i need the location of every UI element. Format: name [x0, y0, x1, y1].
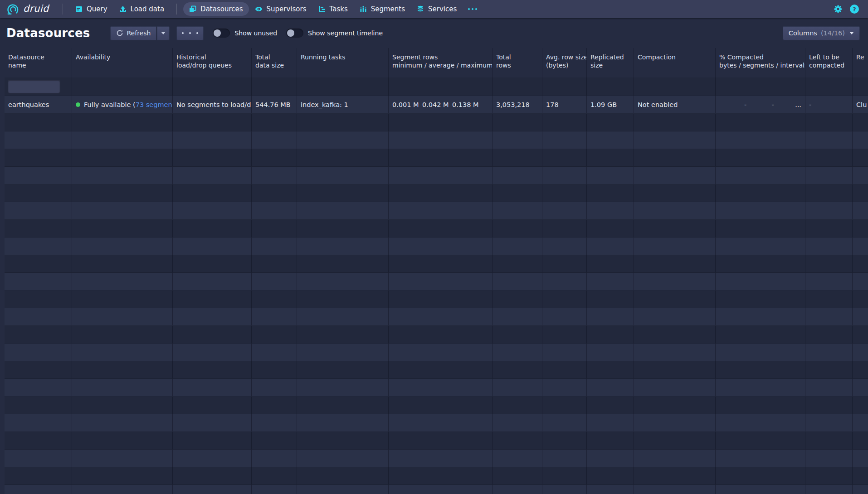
refresh-caret-button[interactable]	[157, 26, 170, 40]
table-cell-empty	[853, 255, 868, 272]
segments-count-link[interactable]: 73 segments	[136, 101, 173, 108]
table-cell-empty	[389, 184, 493, 202]
table-cell-empty	[634, 131, 716, 149]
show-unused-toggle[interactable]: Show unused	[213, 29, 277, 38]
table-cell-empty	[542, 379, 587, 396]
column-header-left-to-compact[interactable]: Left to becompacted	[805, 48, 853, 77]
retention-link[interactable]: Clu	[856, 101, 867, 108]
navbar-divider	[63, 4, 63, 15]
nav-item-datasources[interactable]: Datasources	[183, 2, 249, 16]
nav-item-supervisors[interactable]: Supervisors	[249, 2, 312, 16]
table-cell-empty	[173, 273, 252, 290]
table-cell-empty	[252, 184, 297, 202]
table-row-earthquakes[interactable]: earthquakes Fully available (73 segments…	[5, 96, 868, 114]
more-actions-button[interactable]	[176, 26, 204, 40]
table-cell-empty	[493, 237, 542, 255]
table-cell-empty	[252, 114, 297, 131]
table-cell-empty	[297, 344, 389, 361]
table-cell-empty	[587, 397, 634, 414]
table-cell-empty	[805, 291, 853, 308]
column-header-availability[interactable]: Availability	[72, 48, 173, 77]
navbar-more-icon[interactable]	[463, 8, 483, 10]
column-header-running-tasks[interactable]: Running tasks	[297, 48, 389, 77]
table-cell-empty	[493, 485, 542, 494]
table-cell-empty	[72, 291, 173, 308]
table-cell-empty	[542, 202, 587, 219]
nav-item-services[interactable]: Services	[411, 2, 463, 16]
nav-item-label: Load data	[131, 5, 165, 13]
table-cell-empty	[297, 397, 389, 414]
table-cell-empty	[389, 485, 493, 494]
table-cell-empty	[634, 397, 716, 414]
table-cell-empty	[5, 361, 72, 378]
datasource-name-filter-input[interactable]	[8, 80, 60, 93]
table-cell-empty	[634, 344, 716, 361]
table-cell-empty	[252, 255, 297, 272]
column-header-total-rows[interactable]: Totalrows	[493, 48, 542, 77]
table-cell-empty	[587, 379, 634, 396]
nav-item-load-data[interactable]: Load data	[113, 2, 171, 16]
table-cell-empty	[634, 361, 716, 378]
table-cell-empty	[716, 432, 805, 449]
druid-logo-text: druid	[23, 3, 49, 15]
table-cell-empty	[252, 237, 297, 255]
table-cell-empty	[634, 114, 716, 131]
table-cell-empty	[5, 184, 72, 202]
column-header-total-data-size[interactable]: Totaldata size	[252, 48, 297, 77]
columns-button[interactable]: Columns (14/16)	[783, 26, 860, 40]
show-segment-timeline-toggle[interactable]: Show segment timeline	[286, 29, 383, 38]
column-header-retention[interactable]: Re	[853, 48, 868, 77]
table-cell-empty	[716, 485, 805, 494]
nav-item-query[interactable]: Query	[69, 2, 113, 16]
toolbar: Datasources Refresh Show unused Show seg…	[0, 18, 868, 48]
cell-avg-row-size: 178	[542, 96, 587, 113]
table-cell-empty	[72, 414, 173, 431]
toggle-switch[interactable]	[286, 29, 303, 38]
table-cell-empty	[716, 202, 805, 219]
table-cell-empty	[173, 344, 252, 361]
table-cell-empty	[493, 379, 542, 396]
table-cell-empty	[853, 149, 868, 166]
column-header-compaction[interactable]: Compaction	[634, 48, 716, 77]
table-cell-empty	[805, 308, 853, 325]
column-header-segment-rows[interactable]: Segment rowsminimum / average / maximum	[389, 48, 493, 77]
column-header-historical-queues[interactable]: Historicalload/drop queues	[173, 48, 252, 77]
table-cell-empty	[587, 326, 634, 343]
table-cell-empty	[634, 273, 716, 290]
table-cell-empty	[5, 432, 72, 449]
table-cell-empty	[389, 237, 493, 255]
nav-item-segments[interactable]: Segments	[354, 2, 411, 16]
table-cell-empty	[493, 273, 542, 290]
table-cell-empty	[252, 361, 297, 378]
column-header-avg-row-size[interactable]: Avg. row size(bytes)	[542, 48, 587, 77]
refresh-button[interactable]: Refresh	[110, 26, 157, 40]
druid-logo[interactable]: druid	[6, 2, 49, 16]
gear-icon[interactable]	[834, 5, 843, 14]
column-header-datasource-name[interactable]: Datasourcename	[5, 48, 72, 77]
table-cell-empty	[587, 361, 634, 378]
table-cell-empty	[389, 149, 493, 166]
table-cell-empty	[805, 467, 853, 484]
column-header-pct-compacted[interactable]: % Compactedbytes / segments / intervals	[716, 48, 805, 77]
table-cell-empty	[805, 397, 853, 414]
table-row-empty	[5, 450, 868, 467]
nav-item-label: Tasks	[330, 5, 348, 13]
table-cell-empty	[389, 114, 493, 131]
table-cell-empty	[173, 291, 252, 308]
table-cell-empty	[389, 450, 493, 467]
nav-item-tasks[interactable]: Tasks	[312, 2, 354, 16]
table-cell-empty	[173, 220, 252, 237]
cell-retention: Clu	[853, 96, 868, 113]
table-cell-empty	[173, 149, 252, 166]
help-icon[interactable]: ?	[850, 5, 859, 14]
table-cell-empty	[173, 379, 252, 396]
table-cell-empty	[805, 114, 853, 131]
services-icon	[417, 5, 424, 13]
table-cell-empty	[389, 414, 493, 431]
toggle-switch[interactable]	[213, 29, 230, 38]
column-header-replicated-size[interactable]: Replicatedsize	[587, 48, 634, 77]
table-cell-empty	[542, 237, 587, 255]
table-row-empty	[5, 149, 868, 167]
table-cell-empty	[634, 291, 716, 308]
table-cell-empty	[634, 326, 716, 343]
